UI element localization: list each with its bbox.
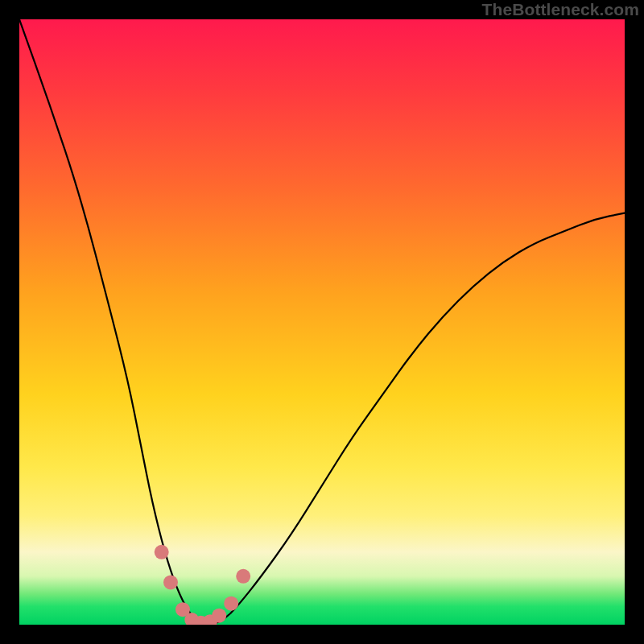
plot-svg	[19, 19, 625, 625]
bottleneck-curve	[19, 19, 625, 625]
chart-frame: TheBottleneck.com	[0, 0, 644, 644]
curve-marker	[155, 545, 169, 559]
curve-marker	[163, 575, 178, 589]
watermark-text: TheBottleneck.com	[482, 0, 639, 19]
curve-marker	[236, 569, 250, 584]
curve-markers	[155, 545, 251, 625]
curve-marker	[224, 597, 238, 611]
curve-marker	[212, 609, 226, 623]
plot-area	[19, 19, 625, 625]
